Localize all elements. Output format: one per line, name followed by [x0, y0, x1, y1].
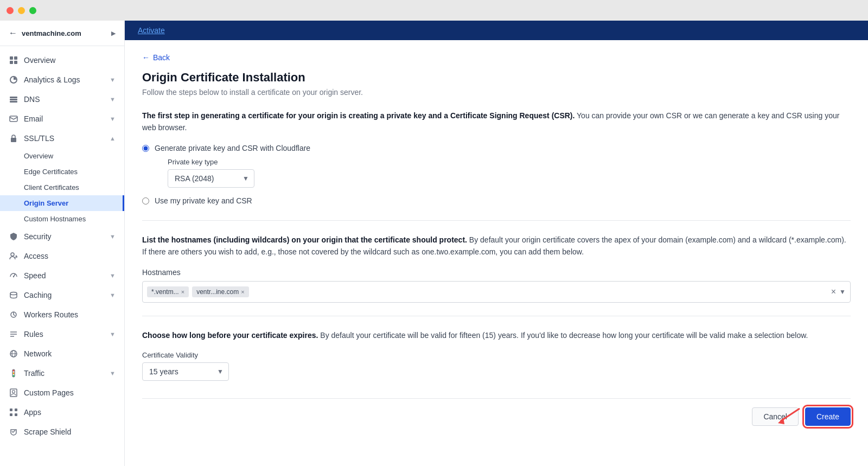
sidebar-item-email[interactable]: Email ▼	[0, 109, 124, 129]
activate-banner[interactable]: Activate	[125, 21, 868, 40]
svg-rect-5	[10, 97, 17, 98]
sidebar-subitem-custom-hostnames[interactable]: Custom Hostnames	[0, 211, 124, 227]
chevron-up-icon: ▲	[110, 135, 116, 142]
hostname-tag-2-remove[interactable]: ×	[241, 289, 244, 295]
sidebar-item-custom-pages[interactable]: Custom Pages	[0, 383, 124, 403]
validity-desc-regular: By default your certificate will be vali…	[320, 331, 808, 340]
svg-point-10	[11, 253, 14, 256]
svg-rect-7	[10, 101, 17, 103]
create-button[interactable]: Create	[805, 407, 851, 426]
titlebar	[0, 0, 868, 21]
sidebar-item-ssl-tls[interactable]: SSL/TLS ▲	[0, 129, 124, 148]
csr-radio-group: Generate private key and CSR with Cloudf…	[142, 144, 851, 205]
sidebar-item-apps[interactable]: Apps	[0, 403, 124, 422]
sidebar-subitem-label: Overview	[24, 152, 53, 160]
sidebar-item-label: Email	[24, 114, 43, 123]
minimize-button[interactable]	[18, 7, 25, 14]
chevron-down-icon: ▼	[110, 370, 116, 376]
hostname-tag-1: *.ventm... ×	[147, 286, 189, 297]
sidebar-item-label: Custom Pages	[24, 388, 74, 397]
svg-point-13	[10, 292, 17, 295]
sidebar-subitem-client-certificates[interactable]: Client Certificates	[0, 180, 124, 195]
sidebar-item-label: Speed	[24, 271, 46, 280]
validity-field-label: Certificate Validity	[142, 351, 851, 359]
lock-icon	[9, 133, 18, 143]
pages-icon	[9, 388, 18, 398]
chevron-down-icon: ▼	[110, 292, 116, 298]
close-button[interactable]	[7, 7, 14, 14]
scrape-icon	[9, 427, 18, 437]
sidebar-item-caching[interactable]: Caching ▼	[0, 285, 124, 305]
dns-icon	[9, 94, 18, 104]
sidebar-item-traffic[interactable]: Traffic ▼	[0, 363, 124, 383]
sidebar-subitem-ssl-overview[interactable]: Overview	[0, 148, 124, 164]
key-type-label: Private key type	[168, 158, 310, 166]
svg-rect-6	[10, 99, 17, 100]
radio-own-csr[interactable]	[142, 197, 149, 205]
activate-link[interactable]: Activate	[138, 26, 165, 35]
sidebar-item-label: Scrape Shield	[24, 427, 71, 436]
sidebar-subitem-label: Origin Server	[24, 199, 68, 207]
svg-rect-1	[14, 56, 17, 60]
apps-icon	[9, 407, 18, 417]
validity-section: Choose how long before your certificate …	[142, 329, 851, 381]
sidebar-navigation: Overview Analytics & Logs ▼ DNS ▼	[0, 46, 124, 446]
hostnames-actions: × ▼	[831, 287, 846, 297]
hostnames-dropdown-icon[interactable]: ▼	[839, 288, 846, 296]
workers-icon	[9, 310, 18, 320]
radio-own-csr-label[interactable]: Use my private key and CSR	[155, 196, 252, 205]
hostname-tag-1-remove[interactable]: ×	[181, 289, 184, 295]
network-icon	[9, 349, 18, 359]
sidebar-item-speed[interactable]: Speed ▼	[0, 266, 124, 285]
sidebar-item-label: Overview	[24, 56, 55, 65]
domain-arrow-icon: ▶	[111, 30, 116, 37]
radio-option-cloudflare: Generate private key and CSR with Cloudf…	[142, 144, 851, 188]
back-link[interactable]: ← Back	[142, 53, 851, 62]
clear-hostnames-icon[interactable]: ×	[831, 287, 836, 297]
key-type-select-wrapper: RSA (2048)ECDSA (P-256)ECDSA (P-384) ▼	[168, 169, 254, 188]
csr-section: The first step in generating a certifica…	[142, 110, 851, 205]
sidebar-subitem-origin-server[interactable]: Origin Server	[0, 195, 124, 211]
sidebar-item-access[interactable]: Access	[0, 246, 124, 266]
svg-rect-9	[11, 138, 16, 142]
sidebar-item-analytics-logs[interactable]: Analytics & Logs ▼	[0, 70, 124, 90]
sidebar-item-label: Workers Routes	[24, 310, 78, 319]
validity-select-wrapper: 15 years10 years5 years2 years1 year90 d…	[142, 362, 229, 381]
validity-select[interactable]: 15 years10 years5 years2 years1 year90 d…	[142, 362, 229, 381]
sidebar-item-scrape-shield[interactable]: Scrape Shield	[0, 422, 124, 442]
sidebar-item-label: Network	[24, 349, 52, 358]
svg-rect-28	[15, 408, 17, 411]
sidebar-item-rules[interactable]: Rules ▼	[0, 324, 124, 344]
hostname-tag-2: ventr...ine.com ×	[192, 286, 248, 297]
maximize-button[interactable]	[29, 7, 36, 14]
chevron-down-icon: ▼	[110, 116, 116, 122]
sidebar-item-label: SSL/TLS	[24, 134, 54, 143]
radio-cloudflare-label[interactable]: Generate private key and CSR with Cloudf…	[155, 144, 310, 152]
svg-point-12	[13, 276, 14, 277]
svg-rect-30	[15, 413, 17, 416]
sidebar-item-workers-routes[interactable]: Workers Routes	[0, 305, 124, 324]
sidebar-item-label: Security	[24, 232, 52, 241]
back-arrow-icon: ←	[9, 28, 17, 38]
domain-selector[interactable]: ← ventmachine.com ▶	[0, 21, 124, 46]
csr-description: The first step in generating a certifica…	[142, 110, 851, 134]
svg-rect-29	[10, 413, 12, 416]
radio-cloudflare[interactable]	[142, 145, 149, 152]
sidebar-subitem-edge-certificates[interactable]: Edge Certificates	[0, 164, 124, 180]
sidebar: ← ventmachine.com ▶ Overview Analytics &…	[0, 21, 125, 466]
sidebar-item-overview[interactable]: Overview	[0, 50, 124, 70]
sidebar-item-label: Access	[24, 252, 48, 260]
page-title: Origin Certificate Installation	[142, 71, 851, 85]
chart-icon	[9, 75, 18, 85]
hostname-tag-2-text: ventr...ine.com	[196, 288, 239, 296]
svg-point-26	[12, 391, 15, 393]
access-icon	[9, 251, 18, 261]
section-divider	[142, 220, 851, 221]
sidebar-item-dns[interactable]: DNS ▼	[0, 90, 124, 109]
hostnames-input[interactable]: *.ventm... × ventr...ine.com × × ▼	[142, 281, 851, 303]
chevron-down-icon: ▼	[110, 272, 116, 279]
sidebar-item-security[interactable]: Security ▼	[0, 227, 124, 246]
sidebar-item-label: Analytics & Logs	[24, 75, 80, 84]
sidebar-item-network[interactable]: Network	[0, 344, 124, 363]
key-type-select[interactable]: RSA (2048)ECDSA (P-256)ECDSA (P-384)	[168, 169, 254, 188]
